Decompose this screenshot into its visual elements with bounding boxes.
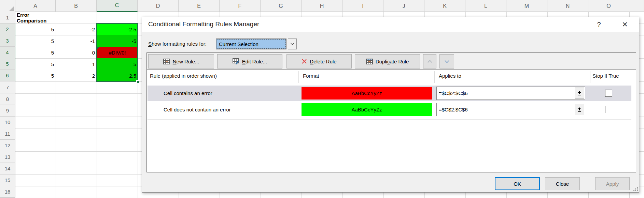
button-label: New Rule...: [173, 59, 199, 64]
move-up-button[interactable]: [423, 54, 436, 68]
stop-if-true-checkbox[interactable]: [605, 90, 612, 97]
cell-C2[interactable]: -2.5: [97, 24, 138, 35]
row-header-7[interactable]: 7: [0, 81, 15, 93]
column-header-A[interactable]: A: [15, 0, 56, 12]
cell-A6[interactable]: 5: [15, 70, 56, 81]
column-header-O[interactable]: O: [588, 0, 629, 12]
cell-B2[interactable]: -2: [56, 24, 97, 35]
show-rules-for-combobox[interactable]: Current Selection: [216, 39, 286, 49]
select-all-corner[interactable]: [0, 0, 15, 12]
row-header-12[interactable]: 12: [0, 140, 15, 151]
row-header-10[interactable]: 10: [0, 117, 15, 128]
column-header-partial[interactable]: [629, 0, 644, 12]
column-header-D[interactable]: D: [138, 0, 179, 12]
row-header-2[interactable]: 2: [0, 24, 15, 35]
column-header-format: Format: [303, 73, 319, 79]
row-header-6[interactable]: 6: [0, 70, 15, 81]
select-all-triangle-icon: [9, 6, 14, 11]
cell-C5[interactable]: 5: [97, 58, 138, 70]
cell-A2[interactable]: 5: [15, 24, 56, 35]
row-header-13[interactable]: 13: [0, 151, 15, 163]
chevron-down-icon: [290, 43, 294, 45]
column-header-E[interactable]: E: [179, 0, 220, 12]
new-rule-table-icon: [163, 59, 170, 64]
column-header-F[interactable]: F: [220, 0, 261, 12]
cell-B3[interactable]: -1: [56, 35, 97, 47]
row-header-15[interactable]: 15: [0, 174, 15, 186]
row-header-5[interactable]: 5: [0, 58, 15, 70]
error-indicator-icon: [97, 47, 100, 50]
rules-list-container: New Rule...Edit Rule...Delete RuleDuplic…: [146, 52, 636, 172]
column-header-I[interactable]: I: [342, 0, 383, 12]
edit-rule-pencil-icon: [233, 58, 239, 64]
rule-row[interactable]: Cell contains an error AaBbCcYyZz =$C$2:…: [148, 86, 631, 101]
row-header-1[interactable]: 1: [0, 12, 15, 24]
resize-grip[interactable]: [633, 186, 638, 191]
column-header-M[interactable]: M: [506, 0, 547, 12]
row-header-3[interactable]: 3: [0, 35, 15, 47]
collapse-dialog-button[interactable]: [575, 88, 584, 99]
rules-toolbar: New Rule...Edit Rule...Delete RuleDuplic…: [147, 53, 636, 70]
column-header-G[interactable]: G: [261, 0, 302, 12]
help-icon[interactable]: ?: [591, 17, 606, 32]
combobox-dropdown-button[interactable]: [288, 39, 297, 49]
applies-to-input[interactable]: =$C$2:$C$6: [436, 87, 585, 100]
applies-to-value: =$C$2:$C$6: [439, 103, 468, 116]
column-header-rule: Rule (applied in order shown): [150, 73, 217, 79]
close-icon[interactable]: ✕: [617, 17, 632, 32]
column-header-C[interactable]: C: [97, 0, 138, 12]
list-divider: [148, 119, 631, 120]
move-down-button[interactable]: [439, 54, 454, 68]
row-header-11[interactable]: 11: [0, 128, 15, 140]
row-header-14[interactable]: 14: [0, 163, 15, 174]
combobox-selected-value: Current Selection: [217, 39, 286, 49]
excel-window: ABCDEFGHIJKLMNO 12345678910111213141516 …: [0, 0, 644, 198]
cell-A4[interactable]: 5: [15, 47, 56, 58]
edit-rule-button[interactable]: Edit Rule...: [217, 54, 282, 68]
new-rule-button[interactable]: New Rule...: [148, 54, 214, 68]
cell-B4[interactable]: 0: [56, 47, 97, 58]
cell-C4[interactable]: #DIV/0!: [97, 47, 138, 59]
column-header-K[interactable]: K: [424, 0, 465, 12]
row-header-9[interactable]: 9: [0, 105, 15, 117]
button-label: Duplicate Rule: [376, 59, 409, 64]
dialog-title-bar[interactable]: Conditional Formatting Rules Manager ? ✕: [142, 17, 639, 32]
cell-C6[interactable]: 2.5: [97, 70, 138, 82]
show-formatting-rules-label: Show formatting rules for:: [148, 41, 207, 47]
column-header-L[interactable]: L: [465, 0, 506, 12]
row-header-16[interactable]: 16: [0, 186, 15, 198]
rule-name: Cell does not contain an error: [164, 102, 231, 117]
cell-A5[interactable]: 5: [15, 58, 56, 70]
column-header-N[interactable]: N: [547, 0, 588, 12]
fill-handle[interactable]: [136, 80, 139, 83]
apply-button-disabled[interactable]: Apply: [595, 177, 630, 190]
collapse-dialog-button[interactable]: [575, 104, 584, 115]
rule-format-preview: AaBbCcYyZz: [302, 87, 432, 100]
rule-row[interactable]: Cell does not contain an error AaBbCcYyZ…: [148, 102, 631, 117]
conditional-formatting-rules-manager-dialog: Conditional Formatting Rules Manager ? ✕…: [142, 17, 639, 193]
cell-B6[interactable]: 2: [56, 70, 97, 81]
column-header-B[interactable]: B: [56, 0, 97, 12]
header-separator: [298, 71, 299, 83]
applies-to-value: =$C$2:$C$6: [439, 87, 468, 100]
stop-if-true-checkbox[interactable]: [605, 106, 612, 113]
column-header-stop-if-true: Stop If True: [592, 73, 619, 79]
row-header-8[interactable]: 8: [0, 93, 15, 105]
duplicate-rule-button[interactable]: Duplicate Rule: [355, 54, 420, 68]
close-button[interactable]: Close: [545, 177, 580, 190]
delete-x-icon: [302, 59, 307, 64]
cell-B5[interactable]: 1: [56, 58, 97, 70]
delete-rule-button[interactable]: Delete Rule: [286, 54, 352, 68]
row-header-4[interactable]: 4: [0, 47, 15, 58]
dialog-title: Conditional Formatting Rules Manager: [148, 20, 259, 28]
cell-A3[interactable]: 5: [15, 35, 56, 47]
applies-to-input[interactable]: =$C$2:$C$6: [436, 103, 585, 116]
chevron-up-icon: [428, 60, 432, 63]
column-header-J[interactable]: J: [383, 0, 424, 12]
header-separator: [590, 71, 590, 83]
column-header-H[interactable]: H: [302, 0, 342, 12]
ok-button[interactable]: OK: [495, 177, 540, 190]
cell-C3[interactable]: -5: [97, 35, 138, 47]
cell-A1[interactable]: Error Comparison: [15, 12, 56, 24]
rule-format-preview: AaBbCcYyZz: [302, 103, 432, 116]
